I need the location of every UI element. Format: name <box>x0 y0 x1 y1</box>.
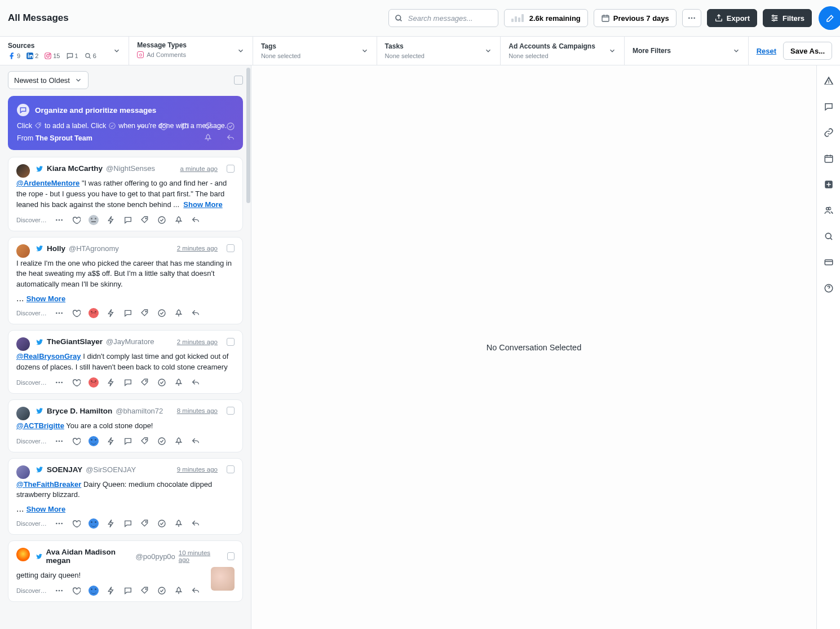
sentiment-indicator[interactable] <box>89 586 99 596</box>
select-message-checkbox[interactable] <box>227 407 235 415</box>
reply-action[interactable] <box>191 309 200 318</box>
more-action[interactable] <box>55 309 64 318</box>
user-name[interactable]: SOENJAY <box>47 465 82 474</box>
rail-calendar-icon[interactable] <box>824 153 834 166</box>
message-card[interactable]: SOENJAY @SirSOENJAY 9 minutes ago @TheFa… <box>8 458 243 535</box>
select-all-checkbox[interactable] <box>234 76 243 85</box>
timestamp[interactable]: 10 minutes ago <box>179 549 218 563</box>
like-action[interactable] <box>72 309 81 318</box>
task-action[interactable] <box>107 309 116 318</box>
comment-action[interactable] <box>123 437 132 446</box>
tag-action[interactable] <box>140 586 149 595</box>
complete-action[interactable] <box>157 215 166 225</box>
more-action[interactable] <box>55 378 64 387</box>
mention-link[interactable]: @TheFaithBreaker <box>16 480 81 489</box>
user-handle[interactable]: @po0pyp0o <box>136 552 175 561</box>
pin-action[interactable] <box>174 309 183 318</box>
avatar[interactable] <box>16 337 30 351</box>
user-name[interactable]: Kiara McCarthy <box>47 164 103 173</box>
timestamp[interactable]: 2 minutes ago <box>177 338 218 345</box>
tag-action[interactable] <box>140 437 149 446</box>
more-options-button[interactable] <box>682 9 701 27</box>
more-action[interactable] <box>55 437 64 446</box>
user-handle[interactable]: @NightSenses <box>106 164 155 173</box>
more-action[interactable] <box>55 586 64 595</box>
show-more-link[interactable]: Show More <box>26 294 65 303</box>
sentiment-indicator[interactable] <box>89 215 99 225</box>
select-message-checkbox[interactable] <box>227 244 235 252</box>
like-action[interactable] <box>72 519 81 528</box>
select-message-checkbox[interactable] <box>227 338 235 346</box>
date-range-button[interactable]: Previous 7 days <box>594 9 677 27</box>
message-card[interactable]: Kiara McCarthy @NightSenses a minute ago… <box>8 157 243 231</box>
complete-action[interactable] <box>157 586 166 595</box>
sentiment-indicator[interactable] <box>89 308 99 318</box>
pin-action[interactable] <box>174 378 183 387</box>
remaining-button[interactable]: 2.6k remaining <box>504 9 588 27</box>
pin-action[interactable] <box>174 215 183 225</box>
user-name[interactable]: Bryce D. Hamilton <box>47 407 112 415</box>
more-action[interactable] <box>55 519 64 528</box>
sentiment-indicator[interactable] <box>89 518 99 529</box>
rail-alert-icon[interactable] <box>824 76 834 88</box>
timestamp[interactable]: 2 minutes ago <box>177 245 218 252</box>
message-card[interactable]: Bryce D. Hamilton @bhamilton72 8 minutes… <box>8 399 243 452</box>
complete-action[interactable] <box>157 378 166 387</box>
timestamp[interactable]: 9 minutes ago <box>177 466 218 473</box>
reset-link[interactable]: Reset <box>757 47 776 55</box>
avatar[interactable] <box>16 244 30 258</box>
filter-message-types[interactable]: Message Types Ad Comments <box>129 37 253 65</box>
reply-action[interactable] <box>191 586 200 595</box>
sentiment-indicator[interactable] <box>89 377 99 388</box>
reply-action[interactable] <box>191 215 200 225</box>
select-message-checkbox[interactable] <box>227 165 235 173</box>
like-action[interactable] <box>72 215 81 225</box>
user-handle[interactable]: @bhamilton72 <box>116 407 163 415</box>
task-action[interactable] <box>107 215 116 225</box>
rail-chat-icon[interactable] <box>824 102 834 114</box>
comment-action[interactable] <box>123 586 132 595</box>
message-card[interactable]: Holly @HTAgronomy 2 minutes ago I realiz… <box>8 237 243 325</box>
pin-action[interactable] <box>174 586 183 595</box>
task-action[interactable] <box>107 519 116 528</box>
filters-button[interactable]: Filters <box>763 9 812 27</box>
attached-image-thumbnail[interactable] <box>211 567 235 591</box>
reply-action[interactable] <box>191 519 200 528</box>
rail-link-icon[interactable] <box>824 127 834 140</box>
filter-tasks[interactable]: Tasks None selected <box>377 37 501 65</box>
like-action[interactable] <box>72 437 81 446</box>
complete-action[interactable] <box>157 519 166 528</box>
like-action[interactable] <box>72 586 81 595</box>
user-handle[interactable]: @JayMuratore <box>106 337 154 346</box>
filter-more[interactable]: More Filters <box>625 37 749 65</box>
user-name[interactable]: TheGiantSlayer <box>47 337 103 346</box>
tag-action[interactable] <box>140 519 149 528</box>
task-action[interactable] <box>107 586 116 595</box>
show-more-link[interactable]: Show More <box>26 505 65 513</box>
more-action[interactable] <box>55 215 64 225</box>
comment-action[interactable] <box>123 378 132 387</box>
user-name[interactable]: Holly <box>47 244 65 253</box>
message-card[interactable]: TheGiantSlayer @JayMuratore 2 minutes ag… <box>8 330 243 394</box>
mention-link[interactable]: @ArdenteMentore <box>16 179 79 187</box>
sentiment-indicator[interactable] <box>89 436 99 446</box>
tag-action[interactable] <box>140 378 149 387</box>
tag-action[interactable] <box>140 215 149 225</box>
filter-tags[interactable]: Tags None selected <box>253 37 377 65</box>
filter-sources[interactable]: Sources 9 2 15 1 6 <box>0 37 129 65</box>
reply-action[interactable] <box>191 378 200 387</box>
task-action[interactable] <box>107 437 116 446</box>
message-card[interactable]: Ava Aidan Madison megan @po0pyp0o 10 min… <box>8 540 243 602</box>
select-message-checkbox[interactable] <box>227 465 235 473</box>
save-as-button[interactable]: Save As... <box>783 42 832 60</box>
comment-action[interactable] <box>123 215 132 225</box>
timestamp[interactable]: 8 minutes ago <box>177 407 218 414</box>
pin-action[interactable] <box>174 519 183 528</box>
select-message-checkbox[interactable] <box>227 552 235 560</box>
scrollbar[interactable] <box>246 65 251 629</box>
task-action[interactable] <box>107 378 116 387</box>
mention-link[interactable]: @RealBrysonGray <box>16 352 81 360</box>
sort-select[interactable]: Newest to Oldest <box>8 71 89 89</box>
export-button[interactable]: Export <box>707 9 757 27</box>
like-action[interactable] <box>72 378 81 387</box>
